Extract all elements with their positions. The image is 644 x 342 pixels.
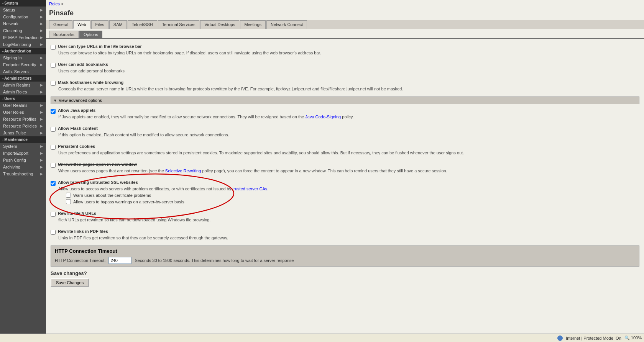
bypass-warnings-checkbox[interactable]	[66, 199, 71, 204]
advanced-toggle-button[interactable]: ▼ View advanced options	[51, 97, 639, 104]
zoom-level: 🔍 100%	[624, 335, 642, 340]
sidebar-item-junos-pulse[interactable]: Junos Pulse ▶	[0, 129, 46, 136]
sidebar-item-archiving[interactable]: Archiving ▶	[0, 164, 46, 170]
persistent-cookies-checkbox[interactable]	[51, 145, 56, 150]
option-rewrite-file-urls: Rewrite file:// URLs file:// URLs get re…	[51, 209, 639, 224]
warn-certificate-label: Warn users about the certificate problem…	[73, 193, 151, 198]
sidebar-item-user-roles[interactable]: User Roles ▶	[0, 109, 46, 116]
java-applets-checkbox[interactable]	[51, 109, 56, 114]
rewrite-pdf-checkbox[interactable]	[51, 230, 56, 235]
untrusted-ssl-checkbox[interactable]	[51, 181, 56, 186]
tab-sam[interactable]: SAM	[109, 20, 127, 29]
option-persistent-cookies: Persistent cookies User preferences and …	[51, 142, 639, 157]
http-connection-section: HTTP Connection Timeout HTTP Connection …	[51, 245, 639, 267]
option-flash: Allow Flash content If this option is en…	[51, 124, 639, 139]
main-content: Roles > Pinsafe General Web Files SAM Te…	[46, 0, 644, 334]
arrow-icon: ▶	[40, 117, 43, 121]
sidebar-item-endpoint-security[interactable]: Endpoint Security ▶	[0, 61, 46, 68]
sidebar-item-auth-servers[interactable]: Auth. Servers	[0, 68, 46, 75]
unrewritten-pages-checkbox[interactable]	[51, 163, 56, 168]
sidebar-item-push-config[interactable]: Push Config ▶	[0, 157, 46, 164]
http-timeout-suffix: Seconds 30 to 1800 seconds. This determi…	[135, 258, 294, 263]
warn-certificate-checkbox[interactable]	[66, 193, 71, 198]
triangle-icon: ▼	[53, 98, 57, 103]
mask-hostnames-checkbox[interactable]	[51, 81, 56, 86]
unrewritten-pages-desc: When users access pages that are not rew…	[58, 169, 639, 173]
url-typing-desc: Users can browse to sites by typing URLs…	[58, 51, 639, 55]
tab-virtual-desktops[interactable]: Virtual Desktops	[200, 20, 239, 29]
sidebar-item-ifmap[interactable]: IF-MAP Federation ▶	[0, 34, 46, 41]
arrow-icon: ▶	[40, 43, 43, 46]
sidebar-item-troubleshooting[interactable]: Troubleshooting ▶	[0, 170, 46, 177]
sidebar-item-resource-profiles[interactable]: Resource Profiles ▶	[0, 116, 46, 123]
http-timeout-input[interactable]	[108, 257, 131, 264]
add-bookmarks-checkbox[interactable]	[51, 63, 56, 68]
sidebar-item-admin-realms[interactable]: Admin Realms ▶	[0, 82, 46, 88]
sidebar-section-authentication: - Authentication	[0, 48, 46, 54]
breadcrumb-roles-link[interactable]: Roles	[49, 2, 60, 6]
save-button[interactable]: Save Changes	[51, 278, 89, 287]
persistent-cookies-title: Persistent cookies	[58, 144, 95, 149]
flash-checkbox[interactable]	[51, 127, 56, 132]
tab-telnet-ssh[interactable]: Telnet/SSH	[128, 20, 157, 29]
url-typing-checkbox[interactable]	[51, 45, 56, 50]
minus-icon: -	[2, 137, 3, 142]
persistent-cookies-desc: User preferences and application setting…	[58, 151, 639, 155]
sidebar: - System Status ▶ Configuration ▶ Networ…	[0, 0, 46, 334]
sidebar-item-user-realms[interactable]: User Realms ▶	[0, 102, 46, 109]
sub-tab-bookmarks[interactable]: Bookmarks	[49, 31, 79, 38]
sidebar-item-network[interactable]: Network ▶	[0, 20, 46, 27]
option-java-applets: Allow Java applets If Java applets are e…	[51, 106, 639, 121]
arrow-icon: ▶	[40, 124, 43, 128]
rewrite-file-urls-desc: file:// URLs get rewritten so files can …	[58, 218, 639, 222]
arrow-icon: ▶	[40, 90, 43, 94]
tab-terminal-services[interactable]: Terminal Services	[158, 20, 200, 29]
sidebar-item-admin-roles[interactable]: Admin Roles ▶	[0, 88, 46, 95]
trusted-server-cas-link[interactable]: trusted server CAs	[232, 187, 267, 191]
sidebar-item-signing-in[interactable]: Signing In ▶	[0, 54, 46, 61]
sidebar-item-system[interactable]: System ▶	[0, 143, 46, 150]
add-bookmarks-title: User can add bookmarks	[58, 62, 108, 67]
tab-general[interactable]: General	[49, 20, 72, 29]
page-title: Pinsafe	[46, 8, 644, 20]
rewrite-pdf-title: Rewrite links in PDF files	[58, 229, 108, 234]
breadcrumb: Roles >	[46, 0, 644, 8]
minus-icon: -	[2, 97, 3, 101]
save-section: Save changes? Save Changes	[51, 270, 639, 287]
sidebar-section-maintenance: - Maintenance	[0, 136, 46, 143]
option-url-typing: User can type URLs in the IVE browse bar…	[51, 43, 639, 57]
arrow-icon: ▶	[40, 15, 43, 19]
untrusted-ssl-title: Allow browsing untrusted SSL websites	[58, 180, 138, 185]
bypass-warnings-label: Allow users to bypass warnings on a serv…	[73, 200, 184, 204]
sidebar-item-configuration[interactable]: Configuration ▶	[0, 13, 46, 20]
sidebar-section-users: - Users	[0, 95, 46, 102]
status-text: Internet | Protected Mode: On	[566, 336, 621, 340]
sidebar-item-clustering[interactable]: Clustering ▶	[0, 27, 46, 34]
sub-tab-options[interactable]: Options	[79, 31, 102, 38]
tab-network-connect[interactable]: Network Connect	[266, 20, 307, 29]
minus-icon: -	[2, 76, 3, 80]
sidebar-item-log[interactable]: Log/Monitoring ▶	[0, 41, 46, 48]
option-untrusted-ssl: Allow browsing untrusted SSL websites Al…	[51, 178, 639, 206]
sidebar-item-status[interactable]: Status ▶	[0, 7, 46, 13]
unrewritten-pages-title: Unrewritten pages open in new window	[58, 162, 137, 167]
add-bookmarks-desc: Users can add personal bookmarks	[58, 69, 639, 73]
option-rewrite-pdf: Rewrite links in PDF files Links in PDF …	[51, 227, 639, 242]
minus-icon: -	[2, 49, 3, 53]
tab-files[interactable]: Files	[91, 20, 108, 29]
sidebar-item-import-export[interactable]: Import/Export ▶	[0, 150, 46, 157]
selective-rewriting-link[interactable]: Selective Rewriting	[165, 169, 201, 173]
arrow-icon: ▶	[40, 22, 43, 26]
java-applets-title: Allow Java applets	[58, 108, 95, 113]
arrow-icon: ▶	[40, 103, 43, 107]
arrow-icon: ▶	[40, 165, 43, 169]
sidebar-item-resource-policies[interactable]: Resource Policies ▶	[0, 123, 46, 129]
http-section-title: HTTP Connection Timeout	[55, 248, 635, 254]
java-code-signing-link[interactable]: Java Code-Signing	[305, 115, 341, 119]
tab-meetings[interactable]: Meetings	[240, 20, 266, 29]
tab-web[interactable]: Web	[73, 20, 90, 29]
rewrite-file-urls-checkbox[interactable]	[51, 212, 56, 217]
sub-option-bypass: Allow users to bypass warnings on a serv…	[66, 199, 639, 204]
option-unrewritten-pages: Unrewritten pages open in new window Whe…	[51, 160, 639, 175]
arrow-icon: ▶	[40, 131, 43, 135]
